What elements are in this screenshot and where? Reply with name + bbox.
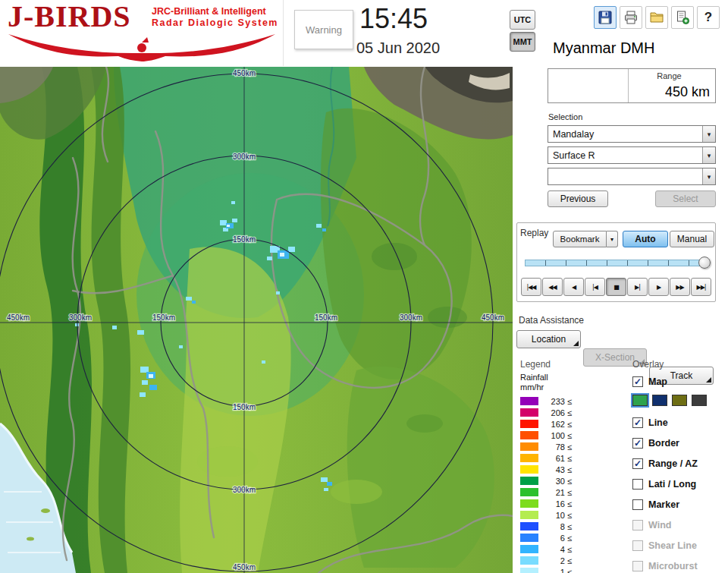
open-button[interactable] bbox=[645, 6, 668, 29]
legend-item-label: 10 ≤ bbox=[540, 511, 572, 520]
fast-rewind-button[interactable]: ◀◀ bbox=[542, 278, 563, 296]
folder-icon bbox=[649, 10, 664, 25]
site-selector[interactable]: Mandalay ▾ bbox=[548, 125, 716, 143]
svg-text:150km: 150km bbox=[315, 313, 337, 322]
overlay-item-label: Lati / Long bbox=[648, 479, 696, 490]
line-checkbox[interactable]: ✓ bbox=[632, 417, 643, 428]
extra-selector-value bbox=[548, 168, 702, 184]
playback-controls: |◀◀ ◀◀ ◀ |◀ ■ ▶| ▶ ▶▶ ▶▶| bbox=[521, 278, 711, 296]
export-button[interactable] bbox=[671, 6, 694, 29]
legend-item: 4 ≤ bbox=[520, 543, 572, 555]
svg-text:300km: 300km bbox=[400, 313, 422, 322]
overlay-item-label: Shear Line bbox=[648, 540, 697, 551]
replay-group: Replay Bookmark ▾ Auto Manual |◀◀ ◀◀ ◀ |… bbox=[516, 222, 716, 302]
lati-long-checkbox[interactable] bbox=[632, 479, 643, 490]
legend-color-chip bbox=[520, 420, 538, 428]
range-label: Range bbox=[657, 71, 681, 80]
chevron-down-icon[interactable]: ▾ bbox=[702, 168, 715, 184]
overlay-item-lati-long[interactable]: Lati / Long bbox=[632, 477, 696, 491]
warning-label: Warning bbox=[306, 24, 342, 36]
legend-item-label: 6 ≤ bbox=[540, 534, 572, 543]
step-forward-button[interactable]: ▶| bbox=[627, 278, 648, 296]
manual-button[interactable]: Manual bbox=[670, 231, 714, 247]
legend-color-chip bbox=[520, 499, 538, 508]
border-checkbox[interactable]: ✓ bbox=[632, 438, 643, 449]
skip-to-start-button[interactable]: |◀◀ bbox=[521, 278, 541, 296]
replay-slider-thumb[interactable] bbox=[698, 257, 711, 269]
map-style-swatch-olive[interactable] bbox=[672, 395, 687, 406]
marker-checkbox[interactable] bbox=[632, 499, 643, 510]
bookmark-button-label: Bookmark bbox=[553, 231, 607, 247]
microburst-checkbox bbox=[632, 561, 643, 571]
legend-color-chip bbox=[520, 488, 538, 496]
fast-forward-button[interactable]: ▶▶ bbox=[670, 278, 690, 296]
title-bar: J-BIRDS JRC-Brilliant & Intelligent Rada… bbox=[0, 0, 728, 67]
extra-selector[interactable]: ▾ bbox=[548, 168, 716, 185]
overlay-item-label: Border bbox=[648, 438, 679, 449]
app-subtitle-2: Radar Dialogic System bbox=[152, 17, 282, 29]
warning-indicator[interactable]: Warning bbox=[294, 10, 353, 49]
overlay-item-border[interactable]: ✓ Border bbox=[632, 436, 679, 450]
auto-button[interactable]: Auto bbox=[623, 231, 668, 247]
help-icon: ? bbox=[704, 10, 712, 25]
product-selector-value: Surface R bbox=[548, 147, 702, 163]
svg-text:450km: 450km bbox=[7, 313, 30, 322]
clock-date: 05 Jun 2020 bbox=[356, 39, 440, 57]
legend-item: 30 ≤ bbox=[520, 475, 572, 486]
legend-item: 162 ≤ bbox=[520, 418, 572, 430]
wind-checkbox bbox=[632, 520, 643, 530]
range-az-checkbox[interactable]: ✓ bbox=[632, 458, 643, 469]
location-button[interactable]: Location bbox=[516, 330, 581, 348]
legend-item: 78 ≤ bbox=[520, 441, 572, 452]
site-selector-value: Mandalay bbox=[548, 126, 702, 142]
legend-item-label: 100 ≤ bbox=[540, 431, 572, 440]
overlay-item-label: Range / AZ bbox=[648, 458, 698, 469]
legend-item-label: 8 ≤ bbox=[540, 522, 572, 531]
save-button[interactable] bbox=[594, 6, 617, 29]
legend-item: 100 ≤ bbox=[520, 430, 572, 441]
map-style-swatch-navy[interactable] bbox=[652, 395, 667, 406]
radar-map-area[interactable]: 450km 300km 150km 150km 300km 450km 450k… bbox=[0, 67, 513, 573]
legend-unit-line1: Rainfall bbox=[520, 373, 548, 383]
map-style-swatches bbox=[632, 395, 707, 406]
app-logo: J-BIRDS JRC-Brilliant & Intelligent Rada… bbox=[2, 0, 284, 66]
legend-item-label: 21 ≤ bbox=[540, 488, 572, 497]
chevron-down-icon[interactable]: ▾ bbox=[702, 126, 715, 142]
help-button[interactable]: ? bbox=[697, 6, 720, 29]
mmt-button[interactable]: MMT bbox=[510, 32, 535, 52]
svg-text:300km: 300km bbox=[233, 486, 256, 494]
chevron-down-icon[interactable]: ▾ bbox=[607, 231, 618, 247]
map-style-swatch-green[interactable] bbox=[632, 395, 648, 406]
previous-button[interactable]: Previous bbox=[548, 190, 608, 207]
map-checkbox[interactable]: ✓ bbox=[632, 376, 643, 387]
bookmark-button[interactable]: Bookmark ▾ bbox=[553, 231, 618, 247]
overlay-item-line[interactable]: ✓ Line bbox=[632, 416, 668, 430]
replay-slider-track[interactable] bbox=[525, 260, 705, 266]
utc-button[interactable]: UTC bbox=[510, 10, 535, 30]
overlay-item-range-az[interactable]: ✓ Range / AZ bbox=[632, 457, 698, 471]
legend-item-label: 61 ≤ bbox=[540, 454, 572, 463]
legend-item-label: 233 ≤ bbox=[540, 397, 572, 406]
radar-map[interactable]: 450km 300km 150km 150km 300km 450km 450k… bbox=[0, 67, 513, 573]
overlay-item-map[interactable]: ✓ Map bbox=[632, 375, 667, 389]
svg-text:300km: 300km bbox=[69, 313, 92, 322]
product-selector[interactable]: Surface R ▾ bbox=[548, 146, 716, 164]
app-title: J-BIRDS bbox=[8, 0, 131, 34]
legend-item-label: 2 ≤ bbox=[540, 556, 572, 565]
overlay-item-marker[interactable]: Marker bbox=[632, 498, 679, 512]
legend-item: 43 ≤ bbox=[520, 464, 572, 475]
legend-color-chip bbox=[520, 545, 538, 553]
legend-scale: 233 ≤ 206 ≤ 162 ≤ 100 ≤ 78 ≤ 61 ≤ 43 ≤ 3… bbox=[520, 395, 572, 573]
replay-slider[interactable] bbox=[525, 257, 710, 269]
map-style-swatch-dark[interactable] bbox=[692, 395, 707, 406]
skip-to-end-button[interactable]: ▶▶| bbox=[691, 278, 711, 296]
legend-color-chip bbox=[520, 522, 538, 530]
play-backward-button[interactable]: ◀ bbox=[563, 278, 584, 296]
overlay-item-shear-line: Shear Line bbox=[632, 539, 697, 553]
play-button[interactable]: ▶ bbox=[648, 278, 669, 296]
stop-button[interactable]: ■ bbox=[606, 278, 626, 296]
chevron-down-icon[interactable]: ▾ bbox=[702, 147, 715, 163]
step-back-button[interactable]: |◀ bbox=[585, 278, 605, 296]
legend-item-label: 16 ≤ bbox=[540, 499, 572, 508]
print-button[interactable] bbox=[620, 6, 642, 29]
